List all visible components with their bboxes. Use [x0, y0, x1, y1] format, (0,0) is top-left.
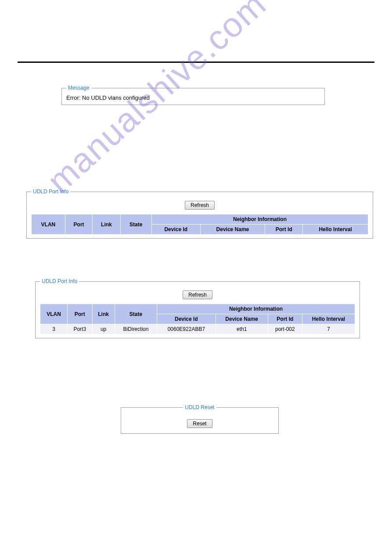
udld-port-info-1-legend: UDLD Port Info [31, 189, 70, 195]
header-hello-interval: Hello Interval [302, 314, 355, 324]
header-state: State [120, 214, 151, 235]
message-legend: Message [66, 85, 91, 91]
cell-vlan: 3 [40, 324, 68, 334]
udld-reset-legend: UDLD Reset [183, 404, 216, 410]
cell-state: BiDirection [115, 324, 157, 334]
cell-port-id: port-002 [268, 324, 302, 334]
header-neighbor-group: Neighbor Information [157, 304, 355, 314]
udld-port-table-2: VLAN Port Link State Neighbor Informatio… [40, 304, 355, 334]
header-state: State [115, 304, 157, 324]
message-fieldset: Message Error: No UDLD vlans configured [61, 85, 325, 105]
cell-port: Port3 [67, 324, 92, 334]
cell-device-id: 0060E922ABB7 [157, 324, 216, 334]
cell-link: up [92, 324, 115, 334]
header-port-id: Port Id [265, 225, 303, 235]
cell-device-name: eth1 [216, 324, 268, 334]
cell-hello-interval: 7 [302, 324, 355, 334]
header-link: Link [93, 214, 120, 235]
header-neighbor-group: Neighbor Information [151, 214, 368, 225]
udld-reset-fieldset: UDLD Reset Reset [121, 404, 279, 434]
message-text: Error: No UDLD vlans configured [66, 94, 320, 101]
header-port: Port [65, 214, 92, 235]
udld-port-info-2-legend: UDLD Port Info [40, 278, 79, 284]
horizontal-rule [18, 62, 374, 63]
udld-port-info-2: UDLD Port Info Refresh VLAN Port Link St… [35, 278, 360, 338]
header-port: Port [67, 304, 92, 324]
header-device-name: Device Name [216, 314, 268, 324]
header-device-id: Device Id [151, 225, 200, 235]
header-vlan: VLAN [40, 304, 68, 324]
header-link: Link [92, 304, 115, 324]
header-device-name: Device Name [200, 225, 265, 235]
udld-port-table-1: VLAN Port Link State Neighbor Informatio… [31, 214, 368, 235]
refresh-button[interactable]: Refresh [183, 290, 212, 299]
udld-port-info-1: UDLD Port Info Refresh VLAN Port Link St… [26, 189, 373, 239]
table-row: 3 Port3 up BiDirection 0060E922ABB7 eth1… [40, 324, 355, 334]
refresh-button[interactable]: Refresh [185, 201, 215, 210]
header-port-id: Port Id [268, 314, 302, 324]
header-hello-interval: Hello Interval [303, 225, 368, 235]
reset-button[interactable]: Reset [187, 419, 212, 428]
header-vlan: VLAN [32, 214, 65, 235]
header-device-id: Device Id [157, 314, 216, 324]
